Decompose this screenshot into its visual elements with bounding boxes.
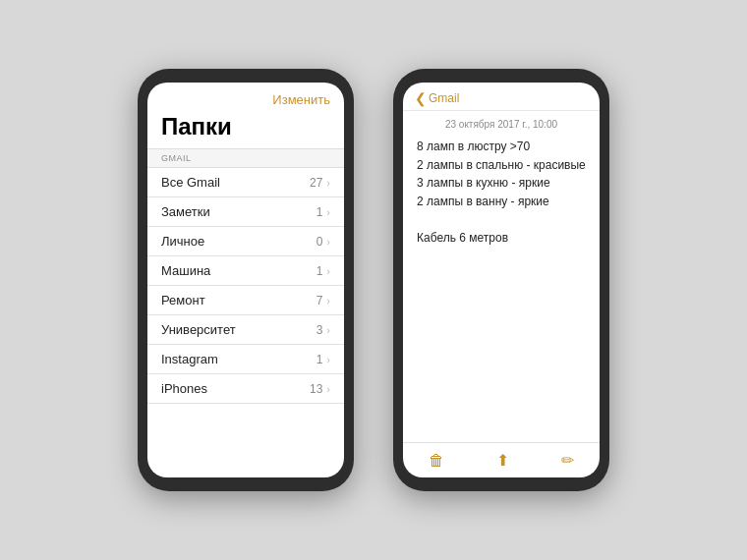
folder-item[interactable]: Instagram 1 › [147, 345, 344, 374]
folder-name: Машина [161, 263, 210, 278]
folder-item[interactable]: Личное 0 › [147, 227, 344, 256]
chevron-icon: › [326, 324, 330, 336]
folder-item[interactable]: Университет 3 › [147, 315, 344, 345]
chevron-left-icon: ❮ [415, 90, 427, 106]
folder-name: Ремонт [161, 293, 205, 308]
folder-count: 1 [316, 264, 323, 278]
chevron-icon: › [326, 206, 330, 218]
compose-icon[interactable]: ✏ [561, 451, 574, 470]
note-date: 23 октября 2017 г., 10:00 [417, 119, 586, 130]
folder-item[interactable]: Заметки 1 › [147, 197, 344, 227]
folder-count: 13 [310, 382, 322, 396]
chevron-icon: › [326, 177, 330, 189]
folder-name: Instagram [161, 352, 218, 366]
folder-name: Все Gmail [161, 175, 220, 190]
right-phone: ❮ Gmail 23 октября 2017 г., 10:00 8 ламп… [393, 69, 609, 491]
folder-item[interactable]: iPhones 13 › [147, 374, 344, 404]
note-screen: ❮ Gmail 23 октября 2017 г., 10:00 8 ламп… [403, 83, 600, 477]
folder-count: 7 [316, 294, 323, 308]
folder-item[interactable]: Все Gmail 27 › [147, 168, 344, 197]
share-icon[interactable]: ⬆ [496, 451, 509, 470]
left-phone: Изменить Папки GMAIL Все Gmail 27 › Заме… [138, 69, 354, 491]
folder-count: 1 [316, 205, 323, 219]
chevron-icon: › [326, 354, 330, 365]
folders-screen: Изменить Папки GMAIL Все Gmail 27 › Заме… [147, 83, 344, 477]
folder-list: Все Gmail 27 › Заметки 1 › Личное 0 › Ма… [147, 168, 344, 477]
note-toolbar: 🗑 ⬆ ✏ [403, 442, 600, 477]
folder-count: 27 [310, 176, 322, 190]
folder-count: 0 [316, 235, 323, 249]
note-text: 8 ламп в люстру >70 2 лампы в спальню - … [417, 138, 586, 248]
folder-name: Университет [161, 322, 236, 337]
folders-title: Папки [147, 111, 344, 148]
folder-name: iPhones [161, 381, 207, 396]
folders-header: Изменить [147, 83, 344, 111]
chevron-icon: › [326, 265, 330, 277]
chevron-icon: › [326, 236, 330, 248]
trash-icon[interactable]: 🗑 [429, 452, 444, 470]
section-label: GMAIL [147, 148, 344, 168]
folder-name: Личное [161, 234, 204, 249]
folder-item[interactable]: Ремонт 7 › [147, 286, 344, 315]
folder-count: 1 [316, 353, 323, 366]
folder-item[interactable]: Машина 1 › [147, 256, 344, 286]
back-label: Gmail [429, 91, 459, 105]
folder-name: Заметки [161, 204, 210, 219]
chevron-icon: › [326, 295, 330, 307]
chevron-icon: › [326, 383, 330, 395]
note-nav: ❮ Gmail [403, 83, 600, 111]
folder-count: 3 [316, 323, 323, 337]
back-button[interactable]: ❮ Gmail [415, 90, 459, 106]
note-content: 23 октября 2017 г., 10:00 8 ламп в люстр… [403, 111, 600, 442]
edit-button[interactable]: Изменить [272, 92, 330, 107]
